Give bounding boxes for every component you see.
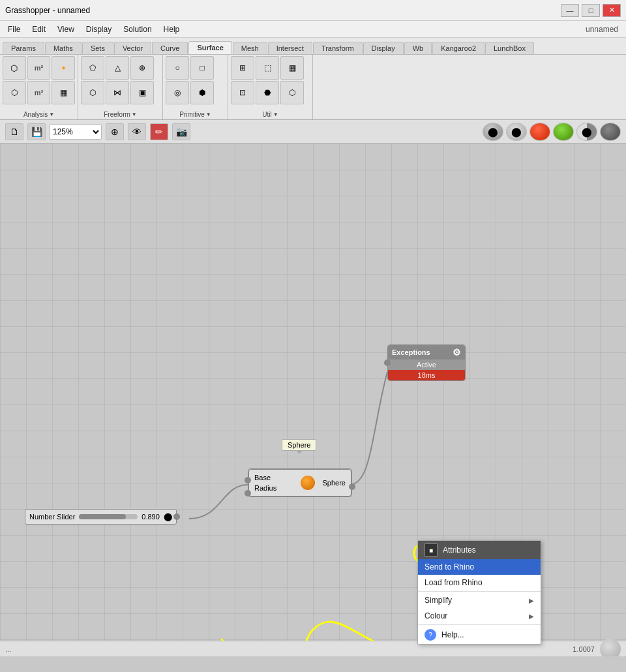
camera-button[interactable]: 📷	[172, 123, 190, 140]
toolbar-group-util: ⊞ ⬚ ▦ ⊡ ⬣ ⬡ Util ▼	[228, 55, 313, 119]
tab-intersect[interactable]: Intersect	[268, 42, 312, 54]
menu-help[interactable]: Help	[158, 23, 185, 35]
slider-value: 0.890	[142, 513, 160, 521]
fit-button[interactable]: ⊕	[106, 123, 124, 140]
ctx-colour[interactable]: Colour ▶	[418, 608, 541, 624]
slider-component[interactable]: Number Slider 0.890 ⬤	[25, 509, 177, 525]
slider-knob: ⬤	[164, 512, 172, 521]
sphere-output-connector	[349, 483, 355, 490]
toolbar-btn-u2[interactable]: ⬚	[256, 56, 279, 80]
toolbar-btn-f1[interactable]: ⬠	[81, 56, 104, 80]
new-button[interactable]: 🗋	[5, 123, 23, 140]
toolbar-group-analysis: ⬡ m² 🔸 ⬡ m³ ▦ Analysis ▼	[0, 55, 78, 119]
context-menu-icon: ■	[425, 543, 438, 557]
tabbar: Params Maths Sets Vector Curve Surface M…	[0, 38, 626, 55]
toolbar-row-2: ⬡ m³ ▦	[3, 81, 75, 104]
ctx-help[interactable]: ? Help...	[418, 626, 541, 644]
maximize-button[interactable]: □	[582, 4, 600, 17]
menu-display[interactable]: Display	[81, 23, 117, 35]
tab-display[interactable]: Display	[363, 42, 404, 54]
toolbar-btn-p1[interactable]: ○	[166, 56, 189, 80]
toolbar-btn-f5[interactable]: ⋈	[106, 81, 129, 104]
right-buttons: ⬤ ⬤ ⬤ ⬤ ⬤ ⬤	[483, 123, 621, 141]
slider-track[interactable]	[79, 514, 138, 519]
toolbar-btn-f3[interactable]: ⊕	[130, 56, 154, 80]
sphere2-button[interactable]: ⬤	[506, 123, 527, 141]
menu-edit[interactable]: Edit	[27, 23, 51, 35]
toolbar-btn-a6[interactable]: ▦	[52, 81, 75, 104]
sphere-tooltip: Sphere	[282, 439, 316, 451]
toolbar-btn-a3[interactable]: 🔸	[52, 56, 75, 80]
tab-kangaroo2[interactable]: Kangaroo2	[432, 42, 484, 54]
toolbar-btn-u5[interactable]: ⬣	[256, 81, 279, 104]
slider-label: Number Slider	[29, 513, 75, 521]
exceptions-component[interactable]: Exceptions ⚙ Active 18ms	[387, 344, 466, 381]
save-button[interactable]: 💾	[27, 123, 46, 140]
ctx-load-from-rhino[interactable]: Load from Rhino	[418, 575, 541, 590]
canvas-area[interactable]: Exceptions ⚙ Active 18ms Sphere Base Rad…	[0, 144, 626, 656]
ctx-divider-2	[418, 624, 541, 625]
toolbar-btn-u6[interactable]: ⬡	[280, 81, 304, 104]
menu-view[interactable]: View	[52, 23, 80, 35]
ctx-simplify[interactable]: Simplify ▶	[418, 592, 541, 608]
toolbar-row-ff1: ⬠ △ ⊕	[81, 56, 160, 80]
toolbar-btn-a1[interactable]: ⬡	[3, 56, 26, 80]
tab-sets[interactable]: Sets	[82, 42, 113, 54]
green-sphere-button[interactable]: ⬤	[553, 123, 574, 141]
toolbar-row-u2: ⊡ ⬣ ⬡	[231, 81, 310, 104]
tab-params[interactable]: Params	[3, 42, 44, 54]
red-sphere-button[interactable]: ⬤	[529, 123, 550, 141]
toolbar-row-p2: ◎ ⬢	[166, 81, 225, 104]
toolbar-row-u1: ⊞ ⬚ ▦	[231, 56, 310, 80]
toolbar-btn-a5[interactable]: m³	[27, 81, 51, 104]
context-menu-header: ■ Attributes	[418, 541, 541, 559]
toolbar-btn-p3[interactable]: ◎	[166, 81, 189, 104]
ctx-divider-1	[418, 591, 541, 592]
close-button[interactable]: ✕	[603, 4, 621, 17]
tab-transform[interactable]: Transform	[313, 42, 363, 54]
menu-solution[interactable]: Solution	[118, 23, 156, 35]
menubar: File Edit View Display Solution Help unn…	[0, 21, 626, 38]
status-sphere-icon	[600, 639, 621, 657]
toolbar-btn-f4[interactable]: ⬡	[81, 81, 104, 104]
sphere-radius-connector	[245, 490, 251, 496]
toolbar-btn-a2[interactable]: m²	[27, 56, 51, 80]
toolbar-btn-p4[interactable]: ⬢	[190, 81, 214, 104]
tab-vector[interactable]: Vector	[114, 42, 151, 54]
toolbar-btn-p2[interactable]: □	[190, 56, 214, 80]
sphere-component[interactable]: Base Radius Sphere	[248, 468, 352, 497]
context-menu: ■ Attributes Send to Rhino Load from Rhi…	[417, 540, 541, 645]
minimize-button[interactable]: —	[561, 4, 579, 17]
dark-sphere-button[interactable]: ⬤	[600, 123, 621, 141]
sphere1-button[interactable]: ⬤	[483, 123, 503, 141]
toolbar-row-1: ⬡ m² 🔸	[3, 56, 75, 80]
toolbar-btn-f6[interactable]: ▣	[130, 81, 154, 104]
exceptions-input-connector	[384, 359, 391, 366]
half-sphere-button[interactable]: ⬤	[576, 123, 597, 141]
toolbar-btn-u3[interactable]: ▦	[280, 56, 304, 80]
tab-surface[interactable]: Surface	[188, 41, 231, 54]
menu-file[interactable]: File	[3, 23, 25, 35]
view-button[interactable]: 👁	[128, 123, 146, 140]
zoom-select[interactable]: 50% 75% 100% 125% 150% 200%	[50, 124, 102, 140]
ctx-send-to-rhino[interactable]: Send to Rhino	[418, 559, 541, 575]
slider-output-connector	[173, 513, 180, 520]
app-name: unnamed	[586, 25, 623, 34]
sphere-icon	[301, 476, 315, 490]
tab-curve[interactable]: Curve	[152, 42, 188, 54]
tab-maths[interactable]: Maths	[45, 42, 82, 54]
toolbar-btn-u1[interactable]: ⊞	[231, 56, 254, 80]
status-right: 1.0007	[573, 639, 621, 657]
pen-button[interactable]: ✏	[150, 123, 168, 140]
sphere-base-label: Base	[254, 472, 293, 483]
toolbar-group-primitive-label: Primitive ▼	[163, 111, 228, 118]
titlebar-controls: — □ ✕	[561, 4, 621, 17]
sphere-base-connector	[245, 477, 251, 483]
toolbar-btn-a4[interactable]: ⬡	[3, 81, 26, 104]
tab-lunchbox[interactable]: LunchBox	[485, 42, 534, 54]
tab-wb[interactable]: Wb	[404, 42, 432, 54]
toolbar-btn-u4[interactable]: ⊡	[231, 81, 254, 104]
toolbar-row-p1: ○ □	[166, 56, 225, 80]
toolbar-btn-f2[interactable]: △	[106, 56, 129, 80]
tab-mesh[interactable]: Mesh	[233, 42, 267, 54]
